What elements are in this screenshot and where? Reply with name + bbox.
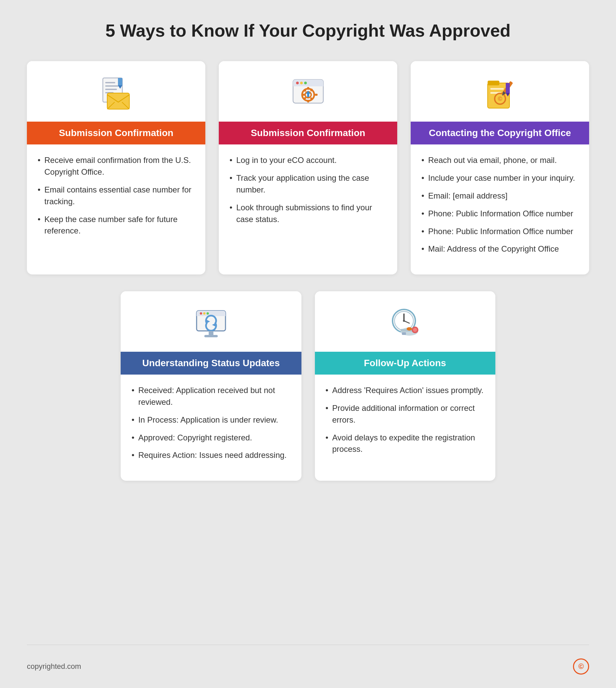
svg-rect-28 <box>488 81 499 85</box>
card-email-body: Receive email confirmation from the U.S.… <box>27 144 205 274</box>
card-followup-icon-area <box>315 291 496 352</box>
svg-rect-46 <box>204 335 218 337</box>
svg-rect-18 <box>307 87 309 90</box>
svg-point-54 <box>406 327 412 330</box>
card-eco: Submission Confirmation Log in to your e… <box>219 61 397 274</box>
card-contact-header: Contacting the Copyright Office <box>411 122 589 144</box>
card-status-header: Understanding Status Updates <box>120 352 301 374</box>
card-contact-body: Reach out via email, phone, or mail. Inc… <box>411 144 589 274</box>
card-email-icon-area <box>27 61 205 122</box>
svg-rect-35 <box>506 83 510 93</box>
svg-rect-57 <box>402 332 406 335</box>
svg-point-56 <box>413 328 417 332</box>
list-item: Log in to your eCO account. <box>229 155 387 166</box>
card-contact: © Contacting the Copyright Office Reach … <box>411 61 589 274</box>
svg-point-14 <box>300 82 303 84</box>
card-status: Understanding Status Updates Received: A… <box>120 291 301 481</box>
list-item: Look through submissions to find your ca… <box>229 202 387 225</box>
copyright-office-icon: © <box>482 74 519 112</box>
list-item: Requires Action: Issues need addressing. <box>131 450 290 461</box>
svg-rect-21 <box>315 94 317 96</box>
card-email: Submission Confirmation Receive email co… <box>27 61 205 274</box>
email-confirmation-icon <box>98 74 135 112</box>
svg-rect-3 <box>105 89 117 90</box>
svg-rect-5 <box>107 93 129 109</box>
svg-rect-19 <box>307 100 309 102</box>
list-item: Include your case number in your inquiry… <box>421 172 578 184</box>
list-item: Approved: Copyright registered. <box>131 432 290 444</box>
svg-point-41 <box>203 313 205 315</box>
card-status-body: Received: Application received but not r… <box>120 374 301 481</box>
status-updates-icon <box>193 305 229 342</box>
list-item: Address 'Requires Action' issues promptl… <box>326 385 485 396</box>
list-item: Receive email confirmation from the U.S.… <box>38 155 195 178</box>
list-item: Provide additional information or correc… <box>326 403 485 426</box>
card-email-header: Submission Confirmation <box>27 122 205 144</box>
svg-point-42 <box>206 313 209 315</box>
svg-point-13 <box>296 82 299 84</box>
svg-rect-45 <box>209 331 213 336</box>
svg-point-15 <box>304 82 307 84</box>
list-item: Phone: Public Information Office number <box>421 208 578 220</box>
svg-rect-2 <box>105 85 118 87</box>
card-followup: Follow-Up Actions Address 'Requires Acti… <box>315 291 496 481</box>
page-footer: copyrighted.com © <box>27 645 589 674</box>
list-item: Reach out via email, phone, or mail. <box>421 155 578 166</box>
footer-url: copyrighted.com <box>27 662 81 671</box>
eco-account-icon <box>290 74 327 112</box>
list-item: Received: Application received but not r… <box>131 385 290 408</box>
list-item: Avoid delays to expedite the registratio… <box>326 432 485 456</box>
list-item: Email contains essential case number for… <box>38 184 195 208</box>
card-eco-body: Log in to your eCO account. Track your a… <box>219 144 397 274</box>
page-title: 5 Ways to Know If Your Copyright Was App… <box>106 20 511 41</box>
svg-point-40 <box>200 313 202 315</box>
list-item: Email: [email address] <box>421 190 578 202</box>
card-status-icon-area <box>120 291 301 352</box>
bottom-cards-row: Understanding Status Updates Received: A… <box>120 291 495 481</box>
svg-rect-8 <box>118 78 122 85</box>
svg-rect-1 <box>105 82 115 83</box>
svg-rect-29 <box>490 88 504 90</box>
list-item: Track your application using the case nu… <box>229 172 387 196</box>
follow-up-icon <box>387 305 423 342</box>
svg-rect-20 <box>302 94 305 96</box>
card-eco-icon-area <box>219 61 397 122</box>
list-item: Mail: Address of the Copyright Office <box>421 243 578 255</box>
list-item: In Process: Application is under review. <box>131 414 290 426</box>
top-cards-row: Submission Confirmation Receive email co… <box>27 61 589 274</box>
card-followup-body: Address 'Requires Action' issues promptl… <box>315 374 496 481</box>
svg-point-51 <box>403 320 405 322</box>
list-item: Keep the case number safe for future ref… <box>38 214 195 237</box>
card-followup-header: Follow-Up Actions <box>315 352 496 374</box>
card-eco-header: Submission Confirmation <box>219 122 397 144</box>
card-contact-icon-area: © <box>411 61 589 122</box>
copyrighted-logo-icon: © <box>573 659 589 674</box>
svg-rect-12 <box>293 84 323 86</box>
list-item: Phone: Public Information Office number <box>421 226 578 237</box>
svg-text:©: © <box>498 95 502 102</box>
